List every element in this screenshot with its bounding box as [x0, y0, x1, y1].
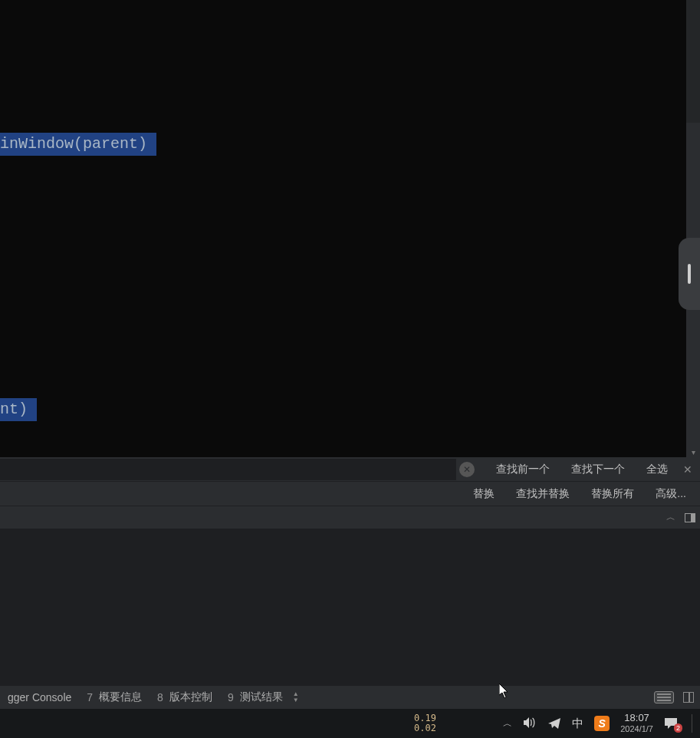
code-token-tail: nt) — [0, 400, 28, 418]
code-editor[interactable]: inWindow(parent) nt) ▾ — [0, 0, 700, 457]
find-replace-bar: ✕ 查找前一个 查找下一个 全选 ✕ 替换 查找并替换 替换所有 高级... — [0, 457, 700, 506]
find-row: ✕ 查找前一个 查找下一个 全选 ✕ — [0, 457, 700, 481]
taskbar-clock[interactable]: 18:07 2024/1/7 — [620, 712, 653, 735]
code-token-args: (parent) — [74, 135, 147, 153]
close-findbar-button[interactable]: ✕ — [679, 463, 697, 476]
os-taskbar: 0.19 0.02 ︿ 中 S 18:07 2024/1/7 2 — [0, 709, 700, 738]
tab-debugger-console[interactable]: gger Console — [0, 686, 79, 709]
code-content: inWindow(parent) nt) — [0, 0, 686, 457]
show-desktop-button[interactable] — [692, 714, 692, 733]
tab-test-results[interactable]: 9 测试结果 — [220, 686, 291, 709]
tab-number: 7 — [87, 691, 93, 703]
tab-overview[interactable]: 7 概要信息 — [79, 686, 150, 709]
replace-button[interactable]: 替换 — [462, 484, 505, 504]
more-tabs-toggle[interactable]: ▲▼ — [291, 690, 301, 704]
code-token-function: inWindow — [0, 135, 74, 153]
tab-number: 8 — [157, 691, 163, 703]
system-metrics: 0.19 0.02 — [414, 713, 436, 733]
scrollbar-down-arrow[interactable]: ▾ — [686, 446, 700, 457]
close-icon: ✕ — [683, 463, 692, 476]
replace-row: 替换 查找并替换 替换所有 高级... — [0, 482, 700, 506]
keymap-icon[interactable] — [654, 691, 674, 703]
clear-search-button[interactable]: ✕ — [459, 462, 475, 477]
system-tray: ︿ 中 S 18:07 2024/1/7 2 — [503, 709, 700, 738]
ime-indicator[interactable]: 中 — [572, 717, 583, 731]
split-view-icon[interactable] — [683, 692, 694, 703]
tab-label: gger Console — [8, 691, 71, 703]
clock-date: 2024/1/7 — [620, 723, 653, 735]
select-all-button[interactable]: 全选 — [636, 460, 679, 479]
minimap-scroll-handle[interactable] — [679, 238, 700, 310]
editor-scrollbar[interactable]: ▾ — [686, 0, 700, 457]
clear-icon: ✕ — [463, 464, 471, 475]
collapse-panel-icon[interactable]: ︿ — [666, 511, 675, 524]
find-previous-button[interactable]: 查找前一个 — [485, 460, 560, 479]
taskbar-apps-region[interactable] — [0, 709, 414, 738]
tab-label: 概要信息 — [99, 690, 142, 704]
tray-expand-icon[interactable]: ︿ — [503, 717, 512, 730]
sogou-ime-icon[interactable]: S — [594, 716, 610, 731]
toolwindow-bar: gger Console 7 概要信息 8 版本控制 9 测试结果 ▲▼ — [0, 686, 700, 709]
clock-time: 18:07 — [620, 712, 653, 723]
panel-header: ︿ — [0, 506, 700, 529]
tab-version-control[interactable]: 8 版本控制 — [150, 686, 220, 709]
output-panel[interactable] — [0, 529, 700, 686]
find-and-replace-button[interactable]: 查找并替换 — [505, 484, 580, 504]
tab-label: 版本控制 — [169, 690, 212, 704]
notification-badge: 2 — [674, 723, 682, 733]
tab-label: 测试结果 — [240, 690, 283, 704]
tab-number: 9 — [228, 691, 234, 703]
find-input[interactable] — [0, 459, 456, 480]
find-next-button[interactable]: 查找下一个 — [560, 460, 636, 479]
advanced-button[interactable]: 高级... — [645, 484, 697, 504]
telegram-icon[interactable] — [547, 717, 561, 730]
notifications-icon[interactable]: 2 — [664, 717, 678, 730]
volume-icon[interactable] — [523, 717, 537, 731]
metric-bottom: 0.02 — [414, 723, 436, 733]
panel-layout-icon[interactable] — [685, 513, 695, 522]
scrollbar-region — [686, 0, 700, 123]
replace-all-button[interactable]: 替换所有 — [580, 484, 645, 504]
